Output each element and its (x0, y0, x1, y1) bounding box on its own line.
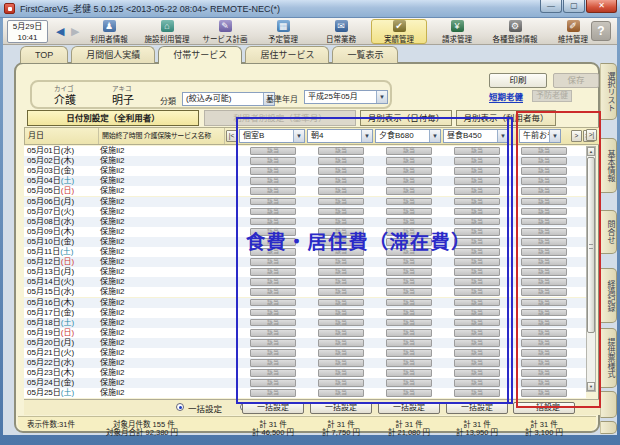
cell-applicable-button[interactable]: 該当 (318, 167, 364, 175)
table-row[interactable]: 05月20日(月)保施Ii2該当該当該当該当該当 (24, 338, 586, 348)
side-tab-0[interactable]: 選択リスト (600, 63, 617, 120)
batch-set-radio[interactable] (176, 403, 184, 411)
back-arrow-icon[interactable]: ◀ (56, 25, 64, 37)
toolbar-button-1[interactable]: ⌂施設利用管理 (139, 19, 195, 44)
cell-applicable-button[interactable]: 該当 (386, 187, 432, 195)
cell-applicable-button[interactable]: 該当 (318, 198, 364, 206)
batch-set-button-4[interactable]: 一括設定 (513, 402, 575, 414)
cell-applicable-button[interactable]: 該当 (250, 167, 296, 175)
cell-applicable-button[interactable]: 該当 (318, 218, 364, 226)
cell-applicable-button[interactable]: 該当 (318, 248, 364, 256)
cell-applicable-button[interactable]: 該当 (454, 309, 500, 317)
cell-applicable-button[interactable]: 該当 (521, 359, 567, 367)
table-row[interactable]: 05月24日(金)保施Ii2該当該当該当該当該当 (24, 378, 586, 388)
cell-applicable-button[interactable]: 該当 (250, 157, 296, 165)
cell-applicable-button[interactable]: 該当 (250, 268, 296, 276)
cell-applicable-button[interactable]: 該当 (386, 147, 432, 155)
tab-0[interactable]: TOP (20, 46, 68, 63)
cell-applicable-button[interactable]: 該当 (386, 218, 432, 226)
cell-applicable-button[interactable]: 該当 (250, 389, 296, 397)
cell-applicable-button[interactable]: 該当 (386, 248, 432, 256)
cell-applicable-button[interactable]: 該当 (250, 278, 296, 286)
batch-set-label[interactable]: 一括設定 (188, 402, 222, 414)
cell-applicable-button[interactable]: 該当 (454, 177, 500, 185)
toolbar-button-4[interactable]: ✉日常業務 (313, 19, 369, 44)
cell-applicable-button[interactable]: 該当 (250, 379, 296, 387)
table-row[interactable]: 05月15日(水)保施Ii2該当該当該当該当該当 (24, 287, 586, 297)
cell-applicable-button[interactable]: 該当 (386, 288, 432, 296)
table-scrollbar[interactable]: ▲ ▼ (586, 146, 596, 392)
cell-applicable-button[interactable]: 該当 (454, 288, 500, 296)
cell-applicable-button[interactable]: 該当 (250, 238, 296, 246)
table-row[interactable]: 05月09日(木)保施Ii2該当該当該当該当該当 (24, 227, 586, 237)
cell-applicable-button[interactable]: 該当 (386, 379, 432, 387)
cell-applicable-button[interactable]: 該当 (318, 288, 364, 296)
cell-applicable-button[interactable]: 該当 (521, 389, 567, 397)
cell-applicable-button[interactable]: 該当 (386, 238, 432, 246)
cell-applicable-button[interactable]: 該当 (386, 349, 432, 357)
cell-applicable-button[interactable]: 該当 (386, 329, 432, 337)
cell-applicable-button[interactable]: 該当 (318, 177, 364, 185)
cell-applicable-button[interactable]: 該当 (454, 278, 500, 286)
cell-applicable-button[interactable]: 該当 (318, 359, 364, 367)
table-row[interactable]: 05月23日(木)保施Ii2該当該当該当該当該当 (24, 368, 586, 378)
tab-2[interactable]: 付帯サービス (158, 46, 242, 64)
cell-applicable-button[interactable]: 該当 (521, 147, 567, 155)
table-row[interactable]: 05月10日(金)保施Ii2該当該当該当該当該当 (24, 237, 586, 247)
cell-applicable-button[interactable]: 該当 (454, 359, 500, 367)
toolbar-button-2[interactable]: ✎サービス計画 (197, 19, 253, 44)
cell-applicable-button[interactable]: 該当 (454, 167, 500, 175)
cell-applicable-button[interactable]: 該当 (521, 177, 567, 185)
batch-set-button-3[interactable]: 一括設定 (446, 402, 508, 414)
cell-applicable-button[interactable]: 該当 (521, 329, 567, 337)
cell-applicable-button[interactable]: 該当 (318, 208, 364, 216)
table-row[interactable]: 05月12日(日)保施Ii2該当該当該当該当該当 (24, 257, 586, 267)
cell-applicable-button[interactable]: 該当 (250, 218, 296, 226)
tab-3[interactable]: 居住サービス (245, 46, 329, 63)
cell-applicable-button[interactable]: 該当 (454, 248, 500, 256)
cell-applicable-button[interactable]: 該当 (250, 339, 296, 347)
cell-applicable-button[interactable]: 該当 (521, 369, 567, 377)
cell-applicable-button[interactable]: 該当 (318, 187, 364, 195)
cell-applicable-button[interactable]: 該当 (454, 268, 500, 276)
cell-applicable-button[interactable]: 該当 (318, 329, 364, 337)
scroll-down-icon[interactable]: ▼ (587, 382, 595, 391)
cell-applicable-button[interactable]: 該当 (521, 218, 567, 226)
toolbar-button-0[interactable]: ♟利用者情報 (81, 19, 137, 44)
side-tab-empty-0[interactable] (600, 391, 617, 418)
table-row[interactable]: 05月17日(金)保施Ii2該当該当該当該当該当 (24, 308, 586, 318)
table-row[interactable]: 05月05日(日)保施Ii2該当該当該当該当該当 (24, 186, 586, 196)
scrollbar-thumb[interactable] (587, 157, 595, 333)
table-row[interactable]: 05月07日(火)保施Ii2該当該当該当該当該当 (24, 207, 586, 217)
cell-applicable-button[interactable]: 該当 (318, 268, 364, 276)
cell-applicable-button[interactable]: 該当 (318, 238, 364, 246)
cell-applicable-button[interactable]: 該当 (318, 349, 364, 357)
cell-applicable-button[interactable]: 該当 (250, 359, 296, 367)
cell-applicable-button[interactable]: 該当 (386, 268, 432, 276)
cell-applicable-button[interactable]: 該当 (454, 157, 500, 165)
cell-applicable-button[interactable]: 該当 (521, 288, 567, 296)
maximize-button[interactable]: ▢ (563, 0, 585, 13)
side-tab-2[interactable]: 問合せ (600, 210, 617, 254)
cell-applicable-button[interactable]: 該当 (521, 299, 567, 307)
help-button[interactable]: ? (591, 21, 611, 41)
cell-applicable-button[interactable]: 該当 (386, 359, 432, 367)
table-row[interactable]: 05月13日(月)保施Ii2該当該当該当該当該当 (24, 267, 586, 277)
close-button[interactable]: ✕ (586, 0, 617, 13)
cell-applicable-button[interactable]: 該当 (521, 198, 567, 206)
table-row[interactable]: 05月14日(火)保施Ii2該当該当該当該当該当 (24, 277, 586, 287)
cell-applicable-button[interactable]: 該当 (386, 208, 432, 216)
cell-applicable-button[interactable]: 該当 (250, 208, 296, 216)
cell-applicable-button[interactable]: 該当 (250, 228, 296, 236)
minimize-button[interactable]: — (540, 0, 562, 13)
cell-applicable-button[interactable]: 該当 (318, 147, 364, 155)
toolbar-button-5[interactable]: ✔実績管理 (371, 19, 427, 44)
cell-applicable-button[interactable]: 該当 (454, 187, 500, 195)
cell-applicable-button[interactable]: 該当 (250, 288, 296, 296)
cell-applicable-button[interactable]: 該当 (521, 258, 567, 266)
cell-applicable-button[interactable]: 該当 (521, 167, 567, 175)
forward-arrow-icon[interactable]: ▶ (71, 25, 79, 37)
table-row[interactable]: 05月04日(土)保施Ii2該当該当該当該当該当 (24, 176, 586, 186)
scroll-up-icon[interactable]: ▲ (587, 147, 595, 156)
cell-applicable-button[interactable]: 該当 (386, 319, 432, 327)
